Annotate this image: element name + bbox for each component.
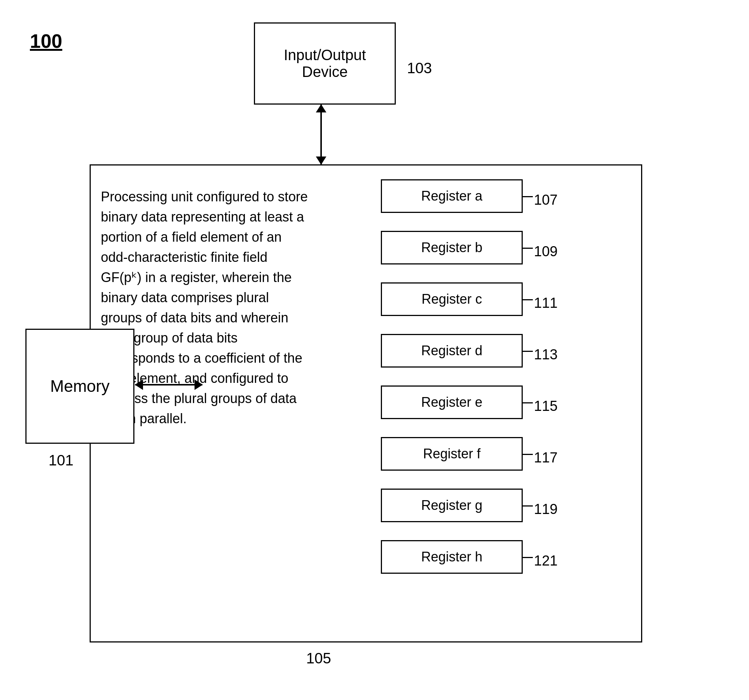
diagram: 100 Input/OutputDevice 103 Processing un… xyxy=(0,0,749,700)
register-g-label: Register g xyxy=(421,498,482,513)
io-device-label: Input/OutputDevice xyxy=(284,47,366,80)
tick-111 xyxy=(521,299,533,300)
tick-121 xyxy=(521,557,533,558)
register-b-number: 109 xyxy=(534,244,558,260)
tick-107 xyxy=(521,196,533,197)
memory-arrow xyxy=(135,384,202,386)
memory-label: Memory xyxy=(50,377,110,395)
register-e-number: 115 xyxy=(534,398,558,414)
processing-unit-number: 105 xyxy=(306,650,331,667)
register-f-box: Register f xyxy=(381,437,523,471)
tick-117 xyxy=(521,454,533,455)
register-h-label: Register h xyxy=(421,549,482,565)
register-d-label: Register d xyxy=(421,343,482,358)
memory-box: Memory xyxy=(25,329,135,444)
register-a-box: Register a xyxy=(381,179,523,213)
register-d-number: 113 xyxy=(534,347,558,363)
tick-109 xyxy=(521,248,533,249)
register-c-label: Register c xyxy=(422,291,482,307)
register-a-number: 107 xyxy=(534,192,558,208)
register-e-label: Register e xyxy=(421,394,482,410)
figure-label: 100 xyxy=(30,30,63,52)
register-g-number: 119 xyxy=(534,501,558,517)
tick-115 xyxy=(521,402,533,403)
register-d-box: Register d xyxy=(381,334,523,368)
register-c-number: 111 xyxy=(534,295,558,311)
tick-113 xyxy=(521,351,533,352)
register-g-box: Register g xyxy=(381,489,523,522)
register-c-box: Register c xyxy=(381,282,523,316)
register-a-label: Register a xyxy=(421,188,482,204)
register-f-label: Register f xyxy=(423,446,480,462)
register-e-box: Register e xyxy=(381,386,523,419)
register-h-box: Register h xyxy=(381,540,523,574)
io-device-number: 103 xyxy=(407,60,432,77)
register-f-number: 117 xyxy=(534,450,558,466)
io-device-box: Input/OutputDevice xyxy=(254,22,396,104)
tick-119 xyxy=(521,505,533,507)
register-b-box: Register b xyxy=(381,231,523,265)
register-b-label: Register b xyxy=(421,240,482,256)
io-arrow xyxy=(320,104,322,164)
memory-number: 101 xyxy=(49,452,73,469)
register-h-number: 121 xyxy=(534,553,558,569)
